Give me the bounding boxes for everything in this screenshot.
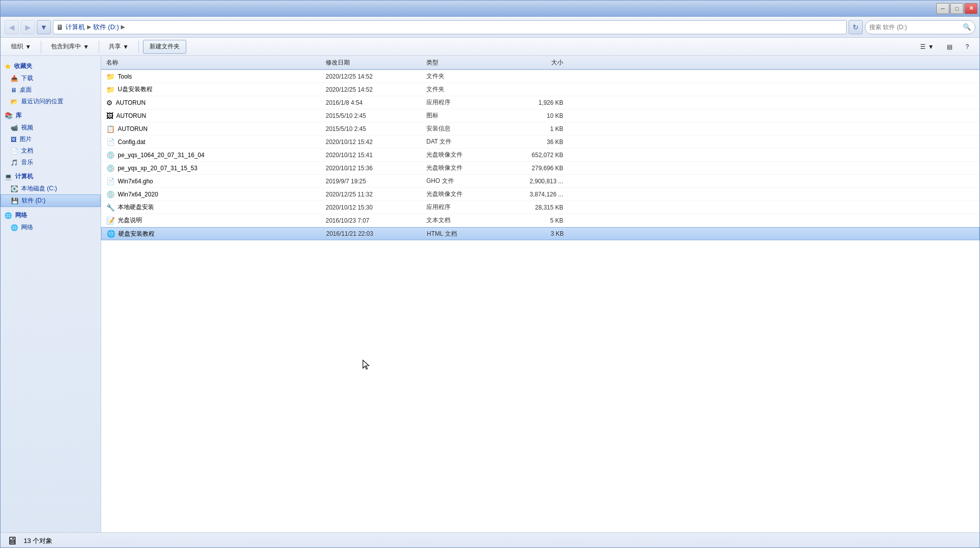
sidebar-item-drive-d[interactable]: 💾 软件 (D:) (1, 194, 101, 207)
table-row[interactable]: ⚙ AUTORUN 2016/1/8 4:54 应用程序 1,926 KB (101, 96, 979, 109)
file-icon: 📄 (106, 177, 115, 185)
refresh-button[interactable]: ↻ (849, 20, 863, 34)
toolbar-separator-3 (138, 41, 139, 53)
breadcrumb-computer[interactable]: 计算机 (65, 23, 85, 32)
view-icon: ☰ (920, 43, 926, 50)
dropdown-button[interactable]: ▼ (37, 20, 51, 34)
share-button[interactable]: 共享 ▼ (103, 40, 134, 54)
sidebar-item-documents[interactable]: 📄 文档 (1, 145, 101, 157)
computer-header[interactable]: 💻 计算机 (1, 170, 101, 183)
table-row[interactable]: 📋 AUTORUN 2015/5/10 2:45 安装信息 1 KB (101, 122, 979, 135)
table-row[interactable]: 📄 Config.dat 2020/10/12 15:42 DAT 文件 36 … (101, 135, 979, 149)
view-options-button[interactable]: ☰ ▼ (915, 40, 939, 54)
toolbar-separator-2 (99, 41, 99, 53)
file-name: Config.dat (118, 139, 145, 146)
library-header[interactable]: 📚 库 (1, 109, 101, 122)
file-size-cell: 3 KB (504, 230, 570, 237)
file-type-cell: DAT 文件 (423, 138, 504, 146)
table-row[interactable]: 💿 Win7x64_2020 2020/12/25 11:32 光盘映像文件 3… (101, 188, 979, 201)
file-name-cell: 🔧 本地硬盘安装 (101, 203, 323, 212)
table-row[interactable]: 📝 光盘说明 2016/10/23 7:07 文本文档 5 KB (101, 214, 979, 227)
col-date-header[interactable]: 修改日期 (323, 58, 423, 67)
file-name-cell: 📁 U盘安装教程 (101, 85, 323, 94)
col-size-header[interactable]: 大小 (504, 58, 569, 67)
organize-chevron-icon: ▼ (25, 43, 31, 50)
new-folder-button[interactable]: 新建文件夹 (143, 40, 186, 54)
file-icon: 💿 (106, 164, 115, 172)
file-name: Win7x64_2020 (118, 191, 158, 198)
file-type-cell: 应用程序 (423, 203, 504, 212)
window: ─ □ ✕ ◀ ▶ ▼ 🖥 计算机 ▶ 软件 (D:) ▶ ↻ 🔍 组织 ▼ 包… (0, 0, 980, 548)
file-icon: 💿 (106, 190, 115, 198)
file-date-cell: 2019/9/7 19:25 (323, 178, 423, 185)
preview-pane-button[interactable]: ▤ (941, 40, 958, 54)
file-icon: 📁 (106, 86, 115, 94)
file-type-cell: 光盘映像文件 (423, 164, 504, 172)
file-date-cell: 2020/10/12 15:42 (323, 139, 423, 146)
table-row[interactable]: 💿 pe_yqs_xp_20_07_31_15_53 2020/10/12 15… (101, 162, 979, 175)
close-button[interactable]: ✕ (964, 3, 977, 14)
table-row[interactable]: 📁 U盘安装教程 2020/12/25 14:52 文件夹 (101, 83, 979, 96)
sidebar-item-desktop[interactable]: 🖥 桌面 (1, 84, 101, 96)
archive-chevron-icon: ▼ (83, 43, 89, 50)
table-row[interactable]: 📁 Tools 2020/12/25 14:52 文件夹 (101, 70, 979, 83)
window-controls: ─ □ ✕ (936, 3, 977, 14)
table-row[interactable]: 🖼 AUTORUN 2015/5/10 2:45 图标 10 KB (101, 109, 979, 122)
main-layout: ★ 收藏夹 📥 下载 🖥 桌面 📂 最近访问的位置 (1, 56, 979, 532)
file-date-cell: 2020/12/25 14:52 (323, 86, 423, 93)
favorites-header[interactable]: ★ 收藏夹 (1, 60, 101, 73)
table-row[interactable]: 📄 Win7x64.gho 2019/9/7 19:25 GHO 文件 2,90… (101, 175, 979, 188)
recent-icon: 📂 (11, 98, 18, 105)
col-type-header[interactable]: 类型 (423, 58, 504, 67)
forward-button[interactable]: ▶ (21, 20, 35, 34)
title-bar: ─ □ ✕ (1, 1, 979, 17)
breadcrumb-drive[interactable]: 软件 (D:) (93, 23, 119, 32)
back-button[interactable]: ◀ (5, 20, 19, 34)
maximize-button[interactable]: □ (950, 3, 963, 14)
sidebar-item-music[interactable]: 🎵 音乐 (1, 157, 101, 168)
file-name-cell: 💿 Win7x64_2020 (101, 190, 323, 198)
folder-icon: 📥 (11, 75, 18, 82)
breadcrumb: 🖥 计算机 ▶ 软件 (D:) ▶ (53, 20, 847, 34)
desktop-icon: 🖥 (11, 87, 17, 94)
sidebar-item-network[interactable]: 🌐 网络 (1, 222, 101, 233)
file-name-cell: 📁 Tools (101, 73, 323, 81)
search-icon[interactable]: 🔍 (963, 23, 971, 31)
file-size-cell: 652,072 KB (504, 152, 569, 159)
network-header[interactable]: 🌐 网络 (1, 209, 101, 222)
star-icon: ★ (5, 62, 11, 71)
file-date-cell: 2016/10/23 7:07 (323, 217, 423, 224)
search-input[interactable] (869, 24, 963, 31)
sidebar-item-drive-c[interactable]: 💽 本地磁盘 (C:) (1, 183, 101, 194)
minimize-button[interactable]: ─ (936, 3, 949, 14)
file-date-cell: 2015/5/10 2:45 (323, 125, 423, 132)
file-name: Win7x64.gho (118, 178, 153, 185)
file-date-cell: 2020/10/12 15:41 (323, 152, 423, 159)
table-row[interactable]: 🌐 硬盘安装教程 2016/11/21 22:03 HTML 文档 3 KB (101, 227, 979, 240)
library-section: 📚 库 📹 视频 🖼 图片 📄 文档 🎵 音乐 (1, 109, 101, 168)
sidebar-item-recent[interactable]: 📂 最近访问的位置 (1, 96, 101, 107)
table-row[interactable]: 🔧 本地硬盘安装 2020/10/12 15:30 应用程序 28,315 KB (101, 201, 979, 214)
organize-button[interactable]: 组织 ▼ (6, 40, 37, 54)
sidebar-item-video[interactable]: 📹 视频 (1, 122, 101, 133)
drive-c-icon: 💽 (11, 185, 18, 192)
file-name-cell: 💿 pe_yqs_1064_20_07_31_16_04 (101, 151, 323, 159)
file-icon: 🔧 (106, 203, 115, 212)
breadcrumb-icon: 🖥 (56, 23, 63, 31)
sidebar-item-downloads[interactable]: 📥 下载 (1, 73, 101, 84)
search-bar: 🔍 (865, 20, 975, 34)
file-size-cell: 3,874,126 ... (504, 191, 569, 198)
help-icon: ? (965, 43, 969, 50)
file-type-cell: 文件夹 (423, 72, 504, 81)
file-icon: 🌐 (107, 230, 115, 238)
file-name: 光盘说明 (118, 216, 142, 225)
file-name: AUTORUN (118, 125, 147, 132)
pane-icon: ▤ (947, 43, 952, 50)
help-button[interactable]: ? (960, 40, 974, 54)
file-icon: 📝 (106, 217, 115, 225)
col-name-header[interactable]: 名称 (101, 58, 323, 67)
archive-button[interactable]: 包含到库中 ▼ (45, 40, 95, 54)
file-name-cell: 📄 Config.dat (101, 138, 323, 146)
table-row[interactable]: 💿 pe_yqs_1064_20_07_31_16_04 2020/10/12 … (101, 149, 979, 162)
sidebar-item-pictures[interactable]: 🖼 图片 (1, 133, 101, 145)
